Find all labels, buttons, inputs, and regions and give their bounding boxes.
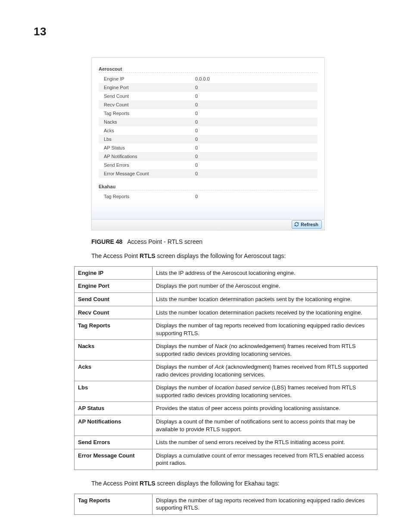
- table-row: Recv CountLists the number location dete…: [75, 306, 377, 319]
- def-term: Nacks: [75, 340, 153, 361]
- kv-value: 0: [193, 143, 318, 152]
- table-row: Engine PortDisplays the port number of t…: [75, 280, 377, 293]
- def-term: Error Message Count: [75, 449, 153, 470]
- def-desc: Displays a count of the number of notifi…: [153, 415, 377, 436]
- kv-label: Lbs: [99, 135, 193, 143]
- ekahau-intro: The Access Point RTLS screen displays th…: [91, 479, 377, 488]
- table-row: AP StatusProvides the status of peer acc…: [75, 402, 377, 415]
- refresh-button[interactable]: Refresh: [292, 220, 322, 229]
- kv-row: AP Notifications0: [99, 152, 318, 161]
- def-term: Tag Reports: [75, 319, 153, 340]
- table-row: Error Message CountDisplays a cumulative…: [75, 449, 377, 470]
- def-term: Recv Count: [75, 306, 153, 319]
- kv-label: Send Count: [99, 92, 193, 100]
- table-row: Engine IPLists the IP address of the Aer…: [75, 266, 377, 280]
- kv-label: Send Errors: [99, 161, 193, 169]
- refresh-icon: [294, 222, 299, 227]
- table-row: LbsDisplays the number of location based…: [75, 381, 377, 402]
- kv-label: Nacks: [99, 118, 193, 126]
- def-term: Acks: [75, 361, 153, 381]
- kv-row: Acks0: [99, 126, 318, 135]
- kv-value: 0: [193, 92, 318, 100]
- table-row: Send CountLists the number location dete…: [75, 292, 377, 306]
- def-term: Engine Port: [75, 280, 153, 293]
- refresh-label: Refresh: [301, 222, 318, 227]
- def-desc: Provides the status of peer access point…: [153, 402, 377, 415]
- ekahau-group-title: Ekahau: [99, 181, 318, 190]
- def-desc: Lists the number location determination …: [153, 292, 377, 306]
- kv-value: 0: [193, 135, 318, 143]
- def-term: AP Notifications: [75, 415, 153, 436]
- table-row: NacksDisplays the number of Nack (no ack…: [75, 340, 377, 361]
- kv-row: Recv Count0: [99, 100, 318, 109]
- def-term: Send Count: [75, 292, 153, 306]
- aeroscout-group-title: Aeroscout: [99, 64, 318, 73]
- figure-caption-text: Access Point - RTLS screen: [127, 238, 202, 245]
- kv-label: AP Status: [99, 143, 193, 152]
- kv-label: Error Message Count: [99, 169, 193, 178]
- ekahau-def-table: Tag ReportsDisplays the number of tag re…: [74, 494, 377, 515]
- table-row: AP NotificationsDisplays a count of the …: [75, 415, 377, 436]
- kv-label: Engine Port: [99, 83, 193, 92]
- def-desc: Lists the IP address of the Aeroscout lo…: [153, 266, 377, 280]
- ekahau-rows: Tag Reports0: [99, 192, 318, 201]
- kv-value: 0: [193, 126, 318, 135]
- kv-row: Lbs0: [99, 135, 318, 143]
- figure-caption: FIGURE 48 Access Point - RTLS screen: [91, 238, 377, 245]
- kv-value: 0: [193, 152, 318, 161]
- kv-label: Tag Reports: [99, 192, 193, 201]
- kv-row: Send Count0: [99, 92, 318, 100]
- def-desc: Lists the number location determination …: [153, 306, 377, 319]
- kv-row: Nacks0: [99, 118, 318, 126]
- kv-value: 0: [193, 109, 318, 118]
- def-desc: Displays a cumulative count of error mes…: [153, 449, 377, 470]
- def-desc: Displays the number of tag reports recei…: [153, 494, 377, 514]
- kv-value: 0: [193, 192, 318, 201]
- def-desc: Displays the number of Nack (no acknowle…: [153, 340, 377, 361]
- kv-row: Engine Port0: [99, 83, 318, 92]
- table-row: AcksDisplays the number of Ack (acknowle…: [75, 361, 377, 381]
- kv-row: Engine IP0.0.0.0: [99, 75, 318, 83]
- def-desc: Displays the port number of the Aeroscou…: [153, 280, 377, 293]
- page-number: 13: [34, 25, 377, 38]
- kv-row: Tag Reports0: [99, 192, 318, 201]
- table-row: Tag ReportsDisplays the number of tag re…: [75, 319, 377, 340]
- def-desc: Displays the number of tag reports recei…: [153, 319, 377, 340]
- def-term: AP Status: [75, 402, 153, 415]
- table-row: Tag ReportsDisplays the number of tag re…: [75, 494, 377, 514]
- def-desc: Lists the number of send errors received…: [153, 436, 377, 449]
- def-term: Send Errors: [75, 436, 153, 449]
- kv-label: AP Notifications: [99, 152, 193, 161]
- def-term: Tag Reports: [75, 494, 153, 514]
- kv-row: Tag Reports0: [99, 109, 318, 118]
- kv-value: 0: [193, 100, 318, 109]
- kv-row: Send Errors0: [99, 161, 318, 169]
- table-row: Send ErrorsLists the number of send erro…: [75, 436, 377, 449]
- def-term: Lbs: [75, 381, 153, 402]
- rtls-screenshot: Aeroscout Engine IP0.0.0.0Engine Port0Se…: [91, 57, 325, 230]
- kv-value: 0.0.0.0: [193, 75, 318, 83]
- kv-value: 0: [193, 169, 318, 178]
- def-term: Engine IP: [75, 266, 153, 280]
- kv-label: Recv Count: [99, 100, 193, 109]
- kv-label: Tag Reports: [99, 109, 193, 118]
- kv-value: 0: [193, 118, 318, 126]
- def-desc: Displays the number of location based se…: [153, 381, 377, 402]
- kv-value: 0: [193, 161, 318, 169]
- figure-label: FIGURE 48: [91, 238, 122, 245]
- aeroscout-intro: The Access Point RTLS screen displays th…: [91, 252, 377, 260]
- aeroscout-def-table: Engine IPLists the IP address of the Aer…: [74, 266, 377, 470]
- kv-row: Error Message Count0: [99, 169, 318, 178]
- kv-value: 0: [193, 83, 318, 92]
- kv-row: AP Status0: [99, 143, 318, 152]
- kv-label: Engine IP: [99, 75, 193, 83]
- def-desc: Displays the number of Ack (acknowledgme…: [153, 361, 377, 381]
- kv-label: Acks: [99, 126, 193, 135]
- aeroscout-rows: Engine IP0.0.0.0Engine Port0Send Count0R…: [99, 75, 318, 178]
